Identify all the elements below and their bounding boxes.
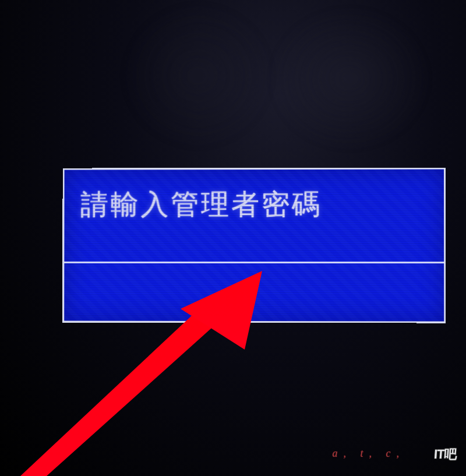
svg-marker-0 [20, 297, 233, 476]
bios-password-dialog: 請輸入管理者密碼 [62, 168, 446, 323]
watermark-small-text: a, t, c, [333, 447, 405, 460]
screen-reflection [268, 6, 431, 151]
dialog-title: 請輸入管理者密碼 [64, 170, 444, 242]
dialog-divider [64, 262, 444, 263]
screen-reflection-2 [122, 3, 274, 149]
watermark-logo-text: IT吧 [433, 446, 457, 463]
admin-password-input[interactable] [70, 266, 438, 316]
